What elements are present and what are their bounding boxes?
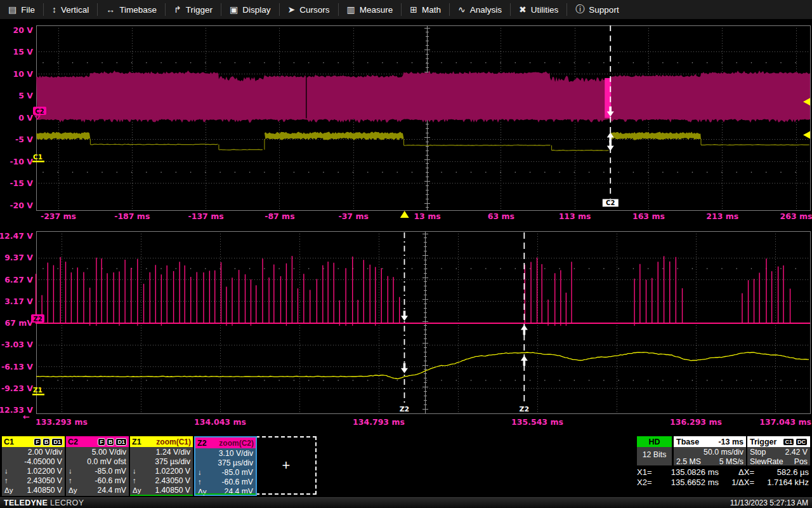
grid-dot (500, 268, 501, 269)
menu-item-utilities[interactable]: ✖Utilities (511, 0, 566, 19)
channel-box-c1[interactable]: C1FBD12.00 V/div-4.05000 V↓1.02200 V↑2.4… (2, 436, 65, 496)
grid-dot (367, 380, 369, 381)
grid-dot (795, 268, 796, 269)
grid-dot (396, 268, 398, 269)
grid-dot (795, 380, 796, 381)
channel-name: Z2 (197, 439, 207, 448)
grid-dot (323, 62, 324, 64)
channel-box-z1[interactable]: Z1zoom(C1)1.24 V/div375 µs/div↓1.02200 V… (130, 436, 193, 496)
bottom-cursor-label[interactable]: Z2 (400, 405, 410, 413)
grid-dot (544, 268, 546, 269)
channel-stat-row: 0.0 mV ofst (68, 457, 126, 467)
channel-name: Z1 (132, 438, 141, 446)
channel-stat-row: ↑2.43050 V (4, 476, 62, 486)
hd-status-box[interactable]: HD 12 Bits (637, 436, 672, 465)
cursor-arrow-stem (609, 140, 612, 146)
axis-label: 9.37 V (4, 253, 33, 262)
axis-label: -5 V (15, 135, 33, 144)
c1-waveform-line (90, 144, 218, 145)
active-underline (130, 495, 193, 497)
menu-item-cursors[interactable]: ➤Cursors (280, 0, 338, 19)
grid-dot (795, 171, 796, 173)
grid-dot (249, 62, 251, 64)
add-trace-box[interactable]: + (256, 436, 317, 495)
grid-dot (131, 380, 133, 381)
axis-label: 134.793 ms (353, 417, 405, 427)
menu-item-timebase[interactable]: ↔Timebase (98, 0, 165, 19)
grid-dot (662, 268, 664, 269)
grid-dot (707, 62, 708, 64)
channel-box-c2[interactable]: C2FBD15.00 V/div0.0 mV ofst↓-85.0 mV↑-60… (66, 436, 129, 496)
grid-dot (648, 268, 649, 269)
grid-dot (721, 268, 723, 269)
menu-item-vertical[interactable]: ↕Vertical (44, 0, 97, 19)
grid-dot (618, 268, 619, 269)
oscilloscope-display: 20 V15 V10 V5 V0 V-5 V-10 V-15 V-20 V-23… (0, 0, 812, 508)
grid-dot (574, 268, 575, 269)
grid-dot (471, 380, 472, 381)
cursor-arrow-stem (523, 329, 526, 335)
grid-dot (87, 380, 88, 381)
trigger-icon: ↱ (174, 4, 181, 15)
grid-dot (677, 62, 678, 64)
grid-dot (736, 380, 737, 381)
menu-item-label: Measure (360, 5, 393, 15)
z1-waveform (36, 352, 809, 379)
trigger-level-marker[interactable] (803, 131, 810, 139)
channel-badge-b: B (43, 438, 51, 446)
trigger-box[interactable]: Trigger C1DC Stop 2.42 V SlewRate Pos (747, 436, 810, 465)
c1-waveform-band (265, 131, 404, 140)
axis-label: 6.27 V (4, 275, 33, 284)
grid-dot (559, 380, 560, 381)
grid-dot (574, 171, 575, 173)
grid-dot (751, 62, 752, 64)
axis-label: -87 ms (265, 211, 294, 221)
axis-label: 12.47 V (0, 231, 33, 241)
menu-item-label: Utilities (531, 5, 559, 15)
axis-label: 5 V (18, 91, 33, 100)
menu-item-math[interactable]: ⊞Math (402, 0, 449, 19)
timebase-box[interactable]: Tbase -13 ms 50.0 ms/div 2.5 MS 5 MS/s (674, 436, 746, 465)
grid-dot (219, 171, 221, 173)
grid-dot (219, 380, 221, 381)
grid-dot (160, 268, 162, 269)
grid-dot (692, 171, 693, 173)
grid-dot (603, 268, 605, 269)
bottom-graph[interactable]: 12.47 V9.37 V6.27 V3.17 V67 mV-3.03 V-6.… (0, 231, 811, 427)
menu-item-support[interactable]: ⓘSupport (567, 0, 627, 19)
c1-waveform-line (552, 150, 609, 150)
axis-label: 137.043 ms (759, 417, 811, 427)
trigger-mode: Stop (750, 448, 766, 457)
grid-dot (589, 171, 590, 173)
channel-box-z2[interactable]: Z2zoom(C2)3.10 V/div375 µs/div↓-85.0 mV↑… (194, 436, 257, 496)
grid-dot (308, 268, 310, 269)
axis-label: 0 V (18, 113, 33, 123)
grid-dot (43, 171, 44, 173)
c1-offset-tag: C1 (33, 153, 43, 161)
grid-dot (736, 268, 737, 269)
grid-dot (780, 380, 782, 381)
active-underline (195, 493, 256, 495)
menu-item-display[interactable]: ▣Display (221, 0, 279, 19)
grid-dot (205, 171, 206, 173)
top-graph[interactable]: 20 V15 V10 V5 V0 V-5 V-10 V-15 V-20 V-23… (10, 25, 812, 222)
grid-dot (294, 268, 295, 269)
cursor-arrow (521, 324, 528, 330)
grid-dot (146, 380, 147, 381)
cursors-icon: ➤ (288, 4, 296, 15)
menu-item-trigger[interactable]: ↱Trigger (166, 0, 221, 19)
timebase-delay: -13 ms (718, 438, 743, 446)
grid-dot (278, 380, 280, 381)
menu-item-file[interactable]: ▤File (0, 0, 43, 19)
cursor-arrow-stem (523, 360, 526, 366)
trigger-position-marker[interactable] (400, 211, 409, 218)
menu-item-measure[interactable]: ▥Measure (339, 0, 402, 19)
bottom-cursor-label[interactable]: Z2 (520, 405, 530, 413)
menu-item-analysis[interactable]: ∿Analysis (450, 0, 510, 19)
grid-dot (264, 380, 265, 381)
grid-dot (353, 62, 354, 64)
channel-stat-row: 2.00 V/div (4, 448, 62, 457)
axis-label: -37 ms (338, 211, 368, 221)
grid-dot (160, 171, 162, 173)
grid-dot (219, 268, 221, 269)
